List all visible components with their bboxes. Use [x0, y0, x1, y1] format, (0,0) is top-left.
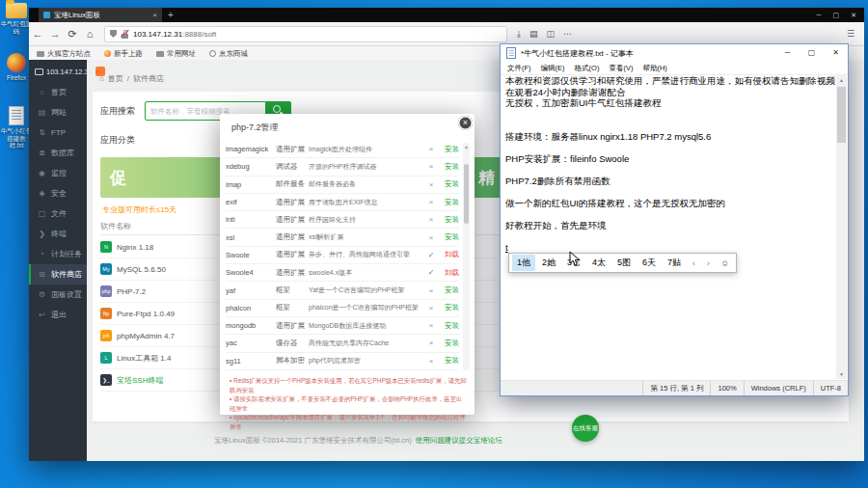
maximize-button[interactable]: ▢: [800, 44, 824, 62]
sidebar-item[interactable]: ◉ 监控: [29, 163, 87, 183]
breadcrumb-home[interactable]: 首页: [108, 73, 123, 84]
menu-item[interactable]: 格式(O): [570, 64, 605, 73]
ime-candidate[interactable]: 4太: [587, 255, 610, 271]
software-name[interactable]: Pure-Ftpd 1.0.49: [117, 310, 175, 318]
downloads-icon[interactable]: ⤓: [517, 29, 521, 40]
menu-item[interactable]: 编辑(E): [536, 64, 570, 73]
extension-action-link[interactable]: 安装: [438, 321, 459, 331]
sidebar-item[interactable]: ≣ 数据库: [29, 143, 87, 163]
reload-button[interactable]: ⟳: [64, 28, 81, 41]
insecure-lock-icon[interactable]: [121, 30, 129, 39]
footer-forum-link[interactable]: 使用问题建议提交宝塔论坛: [416, 436, 502, 445]
sidebar-item[interactable]: ⌂ 首页: [29, 82, 87, 102]
software-name[interactable]: Linux工具箱 1.4: [117, 353, 171, 364]
scroll-up-icon[interactable]: ▲: [463, 144, 470, 149]
text-line: 本教程和资源仅供学习和研究使用，严禁进行商业用途，如有侵权请告知删除视频，请: [505, 75, 835, 87]
online-service-button[interactable]: 在线客服: [572, 415, 599, 442]
tab-close-icon[interactable]: ×: [152, 11, 157, 19]
ime-candidate[interactable]: 6天: [637, 255, 661, 271]
extension-action-link[interactable]: 安装: [438, 232, 459, 242]
extension-action-link[interactable]: 安装: [438, 303, 459, 312]
desktop-icon-firefox[interactable]: Firefox: [0, 53, 33, 82]
extension-row: Swoole 通用扩展 异步、并行、高性能网络通信引擎 ✓ 卸载: [226, 247, 459, 264]
address-bar[interactable]: 103.147.12.31:8888/soft: [104, 26, 507, 42]
ime-candidate[interactable]: 7贴: [663, 255, 686, 271]
bookmark-item[interactable]: 火狐官方站点: [37, 49, 91, 59]
software-name[interactable]: phpMyAdmin 4.7: [117, 332, 175, 340]
software-name[interactable]: MySQL 5.6.50: [117, 265, 166, 274]
scroll-up-icon[interactable]: ▲: [836, 77, 847, 83]
software-name[interactable]: 宝塔SSH终端: [117, 375, 163, 386]
extension-action-link[interactable]: 安装: [438, 179, 459, 189]
scroll-down-icon[interactable]: ▼: [836, 371, 847, 377]
sidebar-item[interactable]: ⚙ 面板设置: [29, 285, 87, 305]
modal-close-icon[interactable]: ×: [458, 116, 473, 130]
library-icon[interactable]: ▤: [529, 29, 538, 39]
sidebar-item[interactable]: ⊞ 软件商店: [29, 264, 87, 285]
scrollbar-thumb[interactable]: [464, 164, 469, 224]
close-button[interactable]: ✕: [851, 12, 856, 19]
extension-action-link[interactable]: 安装: [438, 162, 459, 172]
forward-button[interactable]: →: [46, 28, 64, 40]
extension-action-link[interactable]: 安装: [438, 145, 459, 154]
pro-version-notice[interactable]: 专业版可用时长≤15天: [102, 204, 176, 215]
notepad-scrollbar[interactable]: ▲ ▼: [836, 75, 847, 379]
extension-action-link[interactable]: 安装: [438, 339, 459, 348]
sidebar-item[interactable]: ⇅ FTP: [29, 122, 87, 143]
category-label: 应用分类: [100, 135, 135, 145]
maximize-button[interactable]: ▢: [833, 12, 840, 19]
extension-status-icon: ×: [424, 339, 438, 347]
extension-action-link[interactable]: 卸载: [438, 250, 459, 259]
overflow-icon[interactable]: ⋯: [563, 29, 572, 39]
sidebar-item[interactable]: ◔ 计划任务: [29, 244, 87, 264]
extension-action-link[interactable]: 卸载: [438, 268, 459, 278]
back-button[interactable]: ←: [29, 28, 46, 40]
new-tab-button[interactable]: +: [162, 8, 179, 22]
bookmark-item[interactable]: 常用网址: [156, 49, 196, 59]
extension-action-link[interactable]: 安装: [438, 198, 459, 207]
browser-tab[interactable]: 宝塔Linux面板 ×: [39, 8, 162, 22]
bookmark-item[interactable]: 京东商城: [209, 49, 248, 59]
menu-item[interactable]: 文件(F): [502, 64, 536, 73]
url-text: 103.147.12.31:8888/soft: [133, 30, 216, 39]
ime-candidate-bar: 1他2她3它4太5图6天7贴 ‹ › ☺: [508, 253, 737, 273]
extension-action-link[interactable]: 安装: [438, 356, 459, 366]
minimize-button[interactable]: ─: [817, 12, 822, 18]
minimize-button[interactable]: ─: [775, 44, 800, 62]
sidebar-item[interactable]: ↩ 退出: [29, 305, 87, 325]
scrollbar-thumb[interactable]: [837, 87, 846, 143]
page-footer: 宝塔Linux面板 ©2014-2021 广东堡塔安全技术有限公司(bt.cn)…: [214, 436, 502, 446]
software-name[interactable]: PHP-7.2: [117, 287, 146, 296]
menu-icon[interactable]: ☰: [847, 29, 854, 39]
modal-scrollbar[interactable]: ▲: [463, 143, 470, 370]
tracking-protection-icon[interactable]: [110, 30, 117, 38]
ime-candidate[interactable]: 1他: [512, 255, 535, 271]
ime-emoji-icon[interactable]: ☺: [717, 257, 733, 270]
menu-item[interactable]: 查看(V): [604, 64, 637, 73]
close-button[interactable]: ✕: [824, 44, 848, 62]
sidebar-item[interactable]: ▤ 网站: [29, 102, 87, 122]
extension-action-link[interactable]: 安装: [438, 285, 459, 295]
ime-candidate[interactable]: 5图: [612, 255, 636, 271]
software-name[interactable]: Nginx 1.18: [117, 243, 153, 252]
sidebar-item[interactable]: ◈ 安全: [29, 183, 87, 203]
ime-next-icon[interactable]: ›: [702, 257, 715, 270]
desktop-icon-source-folder[interactable]: 牛气红包源码: [0, 3, 33, 35]
text-line: PHP7.2删除所有禁用函数: [505, 176, 835, 187]
extension-action-link[interactable]: 安装: [438, 215, 459, 225]
sidebar-item[interactable]: ❯ 终端: [29, 224, 87, 244]
ime-candidate[interactable]: 2她: [537, 255, 560, 271]
notepad-text-area[interactable]: 本教程和资源仅供学习和研究使用，严禁进行商业用途，如有侵权请告知删除视频，请在观…: [505, 75, 835, 379]
home-button[interactable]: ⌂: [81, 28, 98, 40]
ime-prev-icon[interactable]: ‹: [688, 257, 700, 270]
bookmark-item[interactable]: 新手上路: [104, 49, 143, 59]
sidebar-item-icon: ◉: [38, 169, 46, 177]
menu-item[interactable]: 帮助(H): [637, 64, 671, 73]
extension-type: 调试器: [276, 162, 309, 172]
desktop-icon-tutorial-txt[interactable]: 牛气小红包搭建教程.txt: [0, 106, 33, 149]
notepad-titlebar[interactable]: *牛气小红包搭建教程.txt - 记事本 ─ ▢ ✕: [501, 44, 848, 62]
sidebar-icon[interactable]: ◫: [547, 29, 556, 39]
extension-name: Swoole4: [226, 268, 276, 277]
sidebar-item[interactable]: ▢ 文件: [29, 203, 87, 224]
desktop-icon-label: Firefox: [0, 74, 33, 82]
